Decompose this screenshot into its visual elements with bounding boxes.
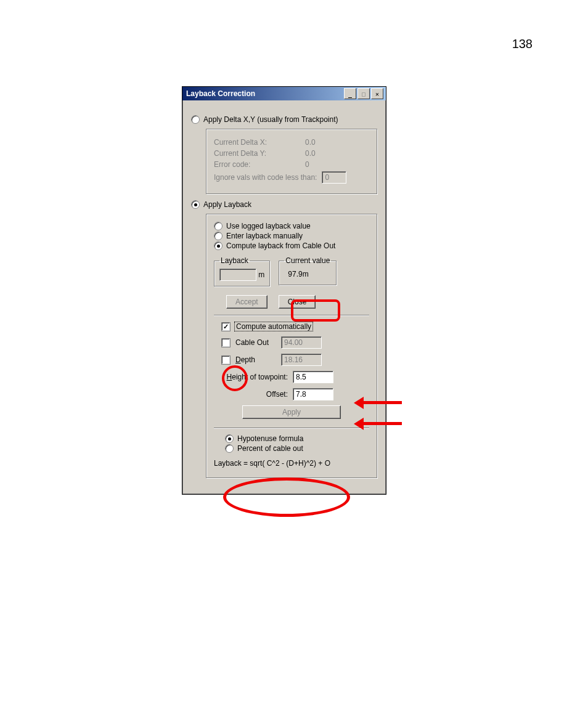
radio-apply-layback-label: Apply Layback [203, 200, 251, 209]
layback-legend: Layback [219, 256, 250, 265]
depth-label: Depth [235, 355, 276, 364]
radio-use-logged[interactable] [214, 222, 223, 230]
radio-use-logged-label: Use logged layback value [226, 222, 311, 230]
layback-unit: m [258, 270, 264, 279]
layback-fieldset: Layback m [214, 256, 270, 286]
page-number: 138 [512, 37, 533, 51]
checkbox-depth[interactable] [221, 355, 231, 365]
titlebar[interactable]: Layback Correction _ □ ✕ [182, 87, 386, 100]
radio-apply-delta[interactable] [191, 115, 200, 124]
radio-compute-cable-label: Compute layback from Cable Out [226, 241, 335, 250]
accept-button[interactable]: Accept [226, 295, 267, 309]
error-code-label: Error code: [214, 160, 300, 169]
cable-out-label: Cable Out [235, 338, 276, 347]
ignore-code-label: Ignore vals with code less than: [214, 173, 317, 182]
radio-hypotenuse-label: Hypotenuse formula [237, 434, 303, 443]
delta-x-value: 0.0 [305, 138, 316, 147]
radio-enter-manual[interactable] [214, 232, 223, 240]
radio-percent-label: Percent of cable out [237, 444, 303, 453]
depth-input [281, 354, 322, 366]
checkbox-cable-out[interactable] [221, 338, 231, 347]
delta-y-label: Current Delta Y: [214, 149, 300, 158]
layback-group: Use logged layback value Enter layback m… [206, 214, 377, 478]
height-label: Height of towpoint: [214, 373, 288, 381]
layback-input [219, 269, 256, 281]
radio-enter-manual-label: Enter layback manually [226, 232, 303, 240]
radio-apply-delta-label: Apply Delta X,Y (usually from Trackpoint… [203, 115, 338, 124]
ignore-code-input [322, 171, 346, 184]
radio-compute-cable[interactable] [214, 241, 223, 250]
delta-group: Current Delta X:0.0 Current Delta Y:0.0 … [206, 129, 377, 194]
close-window-button[interactable]: ✕ [371, 88, 383, 99]
formula-text: Layback = sqrt( C^2 - (D+H)^2) + O [214, 459, 369, 468]
delta-x-label: Current Delta X: [214, 138, 300, 147]
minimize-button[interactable]: _ [344, 88, 356, 99]
cable-out-input [281, 336, 322, 349]
delta-y-value: 0.0 [305, 149, 316, 158]
checkbox-compute-auto[interactable] [221, 322, 231, 331]
radio-percent[interactable] [225, 444, 234, 453]
close-button[interactable]: Close [279, 295, 316, 309]
height-input[interactable] [293, 371, 333, 383]
radio-apply-layback[interactable] [191, 200, 200, 209]
layback-correction-window: Layback Correction _ □ ✕ Apply Delta X,Y… [182, 86, 386, 495]
window-title: Layback Correction [185, 89, 343, 98]
current-value-legend: Current value [284, 256, 331, 265]
radio-hypotenuse[interactable] [225, 434, 234, 443]
current-value-fieldset: Current value 97.9m [279, 256, 337, 285]
checkbox-compute-auto-label: Compute automatically [234, 322, 313, 331]
current-value: 97.9m [284, 269, 312, 280]
apply-button[interactable]: Apply [242, 405, 341, 419]
offset-label: Offset: [214, 390, 288, 399]
maximize-button[interactable]: □ [357, 88, 370, 99]
offset-input[interactable] [293, 388, 333, 400]
error-code-value: 0 [305, 160, 309, 169]
